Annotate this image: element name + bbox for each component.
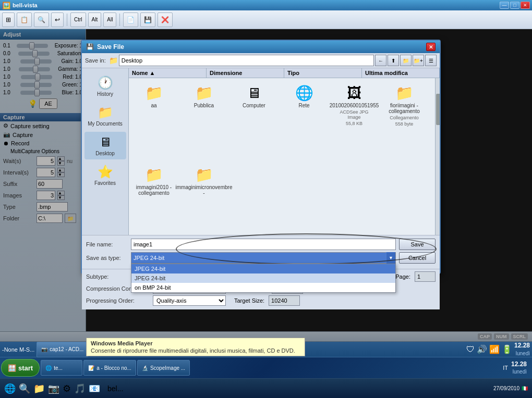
sidebar-history[interactable]: 🕐 History (84, 72, 126, 100)
sidebar-favorites[interactable]: ⭐ Favorites (84, 161, 126, 189)
toolbar-new[interactable]: 📋 (17, 13, 32, 27)
file-item-computer[interactable]: 🖥 Computer (233, 82, 275, 156)
scrollbar-thumb[interactable] (436, 94, 440, 125)
progressing-row: Progressing Order: Quality-axis Target S… (86, 295, 436, 306)
toolbar-ctrl[interactable]: Ctrl (70, 13, 86, 27)
page-input[interactable] (415, 271, 436, 282)
cancel-button[interactable]: Cancel (399, 252, 436, 264)
date-display: 27/09/2010 (493, 385, 519, 391)
nav-view-button[interactable]: ☰ (425, 55, 437, 66)
file-item-20100206[interactable]: 🖼 20100206001051955 ACDSee JPG Image 55,… (333, 82, 375, 156)
taskbar-icon-1[interactable]: 🌐 (4, 383, 16, 394)
file-item-immagini2010[interactable]: 📁 immagini2010 - collegamento (133, 164, 175, 225)
computer-icon: 🖥 (247, 84, 261, 102)
dialog-close-button[interactable]: ✕ (426, 43, 436, 51)
folder-aa-icon: 📁 (145, 84, 163, 102)
taskbar-icon-6[interactable]: 🎵 (74, 383, 86, 394)
tooltip-title: Windows Media Player (91, 340, 300, 346)
file-item-fioriimagini[interactable]: 📁 fioriimagini - collegamento Collegamen… (383, 82, 425, 156)
cap12-task-button[interactable]: 📷 cap12 - ACD... (37, 342, 88, 357)
header-tipo[interactable]: Tipo (284, 68, 362, 78)
nav-new-folder-button[interactable]: 📁 (400, 55, 412, 66)
minimize-button[interactable]: — (500, 2, 509, 9)
nav-options-button[interactable]: 📁+ (413, 55, 424, 66)
header-nome[interactable]: Nome ▲ (129, 68, 207, 78)
notepad-task-button[interactable]: 📝 a - Blocco no... (83, 360, 136, 376)
dropdown-option-jpeg24[interactable]: JPEG 24-bit (131, 264, 395, 273)
windows-taskbar: Windows Media Player Consente di riprodu… (0, 342, 532, 398)
dialog-footer: File name: Save Save as type: JPEG 24-bi… (82, 235, 440, 269)
file-item-pubblica[interactable]: 📁 Pubblica (183, 82, 225, 156)
dialog-toolbar: Save in: 📁 Desktop ← ⬆ 📁 📁+ ☰ (82, 53, 440, 68)
toolbar-back[interactable]: ↩ (51, 13, 64, 27)
tooltip-text: Consente di riprodurre file multimediali… (91, 347, 300, 354)
maximize-button[interactable]: □ (510, 2, 519, 9)
header-dimensione[interactable]: Dimensione (207, 68, 284, 78)
taskbar-icon-3[interactable]: 📁 (33, 383, 45, 394)
browser-task-button[interactable]: 🌐 te... (41, 360, 82, 376)
progressing-select[interactable]: Quality-axis (153, 295, 226, 306)
taskbar-icon-2[interactable]: 🔍 (19, 383, 30, 394)
start-button[interactable]: 🪟 start (1, 359, 40, 377)
sys-tray-sound-icon: 📶 (489, 344, 500, 354)
toolbar-alt[interactable]: Alt (88, 13, 102, 27)
toolbar-save[interactable]: 💾 (140, 13, 155, 27)
file-item-rete[interactable]: 🌐 Rete (283, 82, 325, 156)
taskbar-icon-7[interactable]: 📧 (89, 383, 100, 394)
toolbar-all[interactable]: All (103, 13, 116, 27)
time-text: 12.28 (514, 341, 530, 350)
save-as-type-row: Save as type: JPEG 24-bit ▼ JPEG 24-bit … (86, 252, 436, 264)
main-area: Adjust 0.1 Exposure: 1 0.0 Saturation: (0, 29, 532, 352)
toolbar-home[interactable]: ⊞ (2, 13, 15, 27)
save-file-dialog: 💾 Save File ✕ Save in: 📁 Desktop ← ⬆ 📁 📁… (81, 40, 441, 274)
day-main: lunedì (511, 368, 527, 376)
sidebar-desktop[interactable]: 🖥 Desktop (84, 132, 126, 159)
toolbar-sep2 (119, 14, 120, 26)
sys-tray-antivirus-icon: 🛡 (466, 345, 475, 354)
toolbar-delete[interactable]: ❌ (158, 13, 173, 27)
scopeimage-label: ScopeImage ... (150, 365, 185, 371)
save-as-dropdown-main[interactable]: JPEG 24-bit ▼ (131, 252, 396, 264)
scopeimage-icon: 🔬 (142, 365, 148, 371)
browser-icon: 🌐 (45, 365, 52, 371)
sidebar-my-documents[interactable]: 📁 My Documents (84, 102, 126, 130)
taskbar-tooltip: Windows Media Player Consente di riprodu… (86, 338, 305, 356)
dialog-title-bar: 💾 Save File ✕ (82, 41, 440, 53)
toolbar-search[interactable]: 🔍 (34, 13, 49, 27)
dropdown-option-bmp24[interactable]: on BMP 24-bit (131, 283, 395, 292)
sys-tray-network-icon: 🔊 (477, 344, 487, 354)
file-area: Nome ▲ Dimensione Tipo Ultima modifica 📁… (129, 68, 440, 235)
file-name-input[interactable] (131, 239, 396, 250)
image-file-icon: 🖼 (347, 84, 361, 102)
save-button[interactable]: Save (399, 239, 436, 250)
header-ultima[interactable]: Ultima modifica (362, 68, 440, 78)
toolbar-sep1 (67, 14, 67, 26)
title-bar-icon: 🖼️ (2, 2, 10, 9)
toolbar-copy[interactable]: 📄 (123, 13, 138, 27)
history-icon: 🕐 (98, 76, 113, 90)
nav-back-button[interactable]: ← (375, 55, 386, 66)
nav-up-button[interactable]: ⬆ (388, 55, 399, 66)
taskbar-icon-5[interactable]: ⚙ (63, 383, 71, 394)
window-close-button[interactable]: ✕ (521, 2, 530, 9)
taskbar-icons-row: 🌐 🔍 📁 📷 ⚙ 🎵 📧 bel... 27/09/2010 🇮🇹 (0, 378, 532, 398)
time-main: 12.28 (511, 360, 527, 369)
dropdown-option-jpeg24b[interactable]: JPEG 24-bit (131, 273, 395, 283)
file-item-immaginimicro[interactable]: 📁 immaginimicronovembre - (183, 164, 225, 225)
page-label: Page: (395, 273, 410, 280)
file-item-aa[interactable]: 📁 aa (133, 82, 175, 156)
scopeimage-task-button[interactable]: 🔬 ScopeImage ... (137, 360, 190, 376)
save-in-label: Save in: (85, 57, 106, 64)
link-immagini2010-icon: 📁 (145, 166, 163, 183)
file-list-scrollbar[interactable] (435, 78, 440, 235)
favorites-icon: ⭐ (98, 165, 113, 179)
taskbar-icon-4[interactable]: 📷 (48, 383, 59, 394)
desktop-folder-icon: 📁 (109, 56, 118, 65)
target-size-input[interactable] (269, 295, 300, 306)
bel-task-icon[interactable]: bel... (107, 384, 123, 393)
none-m-s-label: -None M-S... (2, 346, 34, 353)
title-bar-controls: — □ ✕ (500, 2, 530, 9)
sys-tray-battery-icon: 🔋 (502, 344, 512, 354)
flag-icon: 🇮🇹 (522, 385, 528, 391)
file-list-header: Nome ▲ Dimensione Tipo Ultima modifica (129, 68, 440, 78)
